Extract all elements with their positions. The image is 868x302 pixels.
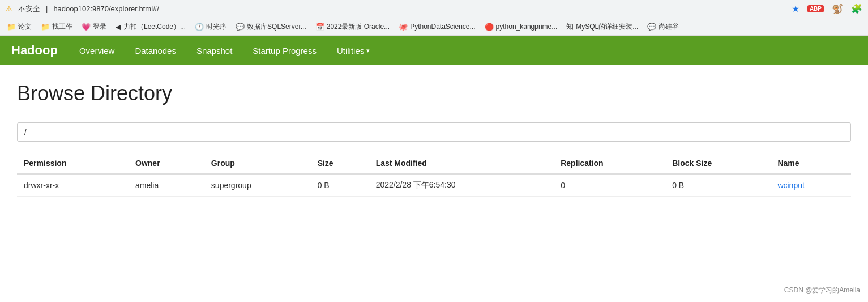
col-group: Group [204, 153, 311, 174]
bookmark-icon: 📁 [7, 23, 16, 31]
bookmark-item[interactable]: 知MySQL的详细安装... [564, 20, 640, 33]
bookmark-label: 论文 [18, 22, 32, 32]
utilities-dropdown-icon: ▾ [366, 47, 370, 54]
col-block-size: Block Size [665, 153, 771, 174]
nav-datanodes[interactable]: Datanodes [125, 38, 186, 63]
directory-table: Permission Owner Group Size Last Modifie… [17, 153, 851, 197]
bookmark-item[interactable]: 💬数据库SQLServer... [233, 21, 309, 33]
bookmark-icon: 📁 [41, 23, 50, 31]
hadoop-brand: Hadoop [11, 43, 58, 58]
bookmark-icon: 💗 [82, 23, 91, 31]
table-row: drwxr-xr-x amelia supergroup 0 B 2022/2/… [17, 174, 851, 197]
path-input[interactable] [17, 122, 851, 142]
bookmark-label: 找工作 [52, 22, 72, 32]
col-size: Size [311, 153, 369, 174]
bookmark-label: 数据库SQLServer... [247, 22, 306, 32]
col-replication: Replication [554, 153, 665, 174]
col-permission: Permission [17, 153, 129, 174]
nav-overview[interactable]: Overview [69, 38, 125, 63]
nav-startup-progress[interactable]: Startup Progress [242, 38, 327, 63]
page-content: Browse Directory Permission Owner Group … [0, 65, 868, 208]
not-secure-label: 不安全 [18, 4, 40, 14]
tampermonkey-icon[interactable]: 🐒 [832, 3, 843, 14]
cell-last-modified: 2022/2/28 下午6:54:30 [369, 174, 554, 197]
bookmark-label: 登录 [93, 22, 106, 32]
nav-utilities[interactable]: Utilities ▾ [327, 38, 380, 63]
bookmark-item[interactable]: 📅2022最新版 Oracle... [313, 21, 392, 33]
title-bar: ⚠ 不安全 | hadoop102:9870/explorer.html#/ ★… [0, 0, 868, 18]
bookmark-star-icon[interactable]: ★ [792, 3, 799, 14]
cell-replication: 0 [554, 174, 665, 197]
col-last-modified: Last Modified [369, 153, 554, 174]
bookmark-item[interactable]: 🔴python_kangprime... [482, 22, 560, 32]
cell-size: 0 B [311, 174, 369, 197]
cell-permission: drwxr-xr-x [17, 174, 129, 197]
bookmark-icon: ◀ [116, 23, 121, 31]
separator: | [46, 5, 48, 13]
cell-block-size: 0 B [665, 174, 771, 197]
bookmark-item[interactable]: 💬尚硅谷 [645, 21, 681, 33]
bookmarks-bar: 📁论文📁找工作💗登录◀力扣（LeetCode）...🕐时光序💬数据库SQLSer… [0, 18, 868, 36]
bookmark-label: 时光序 [206, 22, 226, 32]
col-owner: Owner [129, 153, 204, 174]
browser-icons: ★ ABP 🐒 🧩 [792, 3, 862, 14]
utilities-label: Utilities [337, 46, 364, 56]
bookmark-item[interactable]: 💗登录 [79, 21, 109, 33]
bookmark-item[interactable]: 🐙PythonDataScience... [396, 22, 477, 32]
bookmark-icon: 💬 [647, 23, 656, 31]
bookmark-label: 尚硅谷 [659, 22, 679, 32]
bookmark-label: python_kangprime... [496, 23, 558, 31]
cell-owner: amelia [129, 174, 204, 197]
table-header-row: Permission Owner Group Size Last Modifie… [17, 153, 851, 174]
col-name: Name [771, 153, 851, 174]
url-bar[interactable]: hadoop102:9870/explorer.html#/ [53, 5, 159, 13]
bookmark-label: 力扣（LeetCode）... [123, 22, 186, 32]
bookmark-icon: 知 [566, 22, 574, 32]
nav-snapshot[interactable]: Snapshot [186, 38, 242, 63]
bookmark-item[interactable]: 🕐时光序 [193, 21, 229, 33]
bookmark-icon: 🐙 [399, 23, 408, 31]
bookmark-item[interactable]: ◀力扣（LeetCode）... [113, 21, 188, 33]
bookmark-label: PythonDataScience... [410, 23, 475, 31]
bookmark-icon: 🕐 [195, 23, 204, 31]
dir-link[interactable]: wcinput [777, 181, 804, 190]
bookmark-label: 2022最新版 Oracle... [327, 22, 390, 32]
bookmark-item[interactable]: 📁论文 [5, 21, 34, 33]
page-title: Browse Directory [17, 82, 851, 105]
bookmark-icon: 💬 [236, 23, 245, 31]
cell-group: supergroup [204, 174, 311, 197]
bookmark-label: MySQL的详细安装... [576, 22, 638, 32]
bookmark-item[interactable]: 📁找工作 [39, 21, 75, 33]
bookmark-icon: 🔴 [485, 23, 494, 31]
hadoop-nav: Hadoop Overview Datanodes Snapshot Start… [0, 36, 868, 65]
bookmark-icon: 📅 [315, 23, 324, 31]
extension-icon[interactable]: 🧩 [851, 3, 862, 14]
cell-name[interactable]: wcinput [771, 174, 851, 197]
abp-icon[interactable]: ABP [807, 5, 824, 12]
warning-icon: ⚠ [6, 5, 12, 13]
